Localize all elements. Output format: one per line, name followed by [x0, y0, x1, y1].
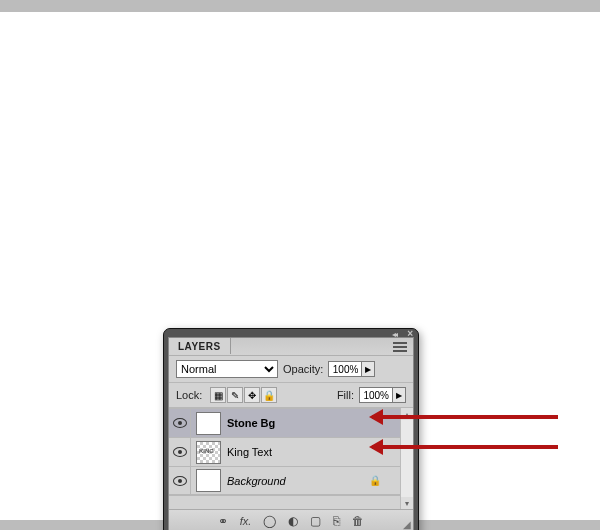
- panel-body: LAYERS Normal Opacity: ▶ Lock: ▦ ✎ ✥ 🔒: [168, 337, 414, 530]
- blend-mode-select[interactable]: Normal: [176, 360, 278, 378]
- layer-fx-icon[interactable]: fx.: [240, 515, 252, 527]
- opacity-field[interactable]: ▶: [328, 361, 375, 377]
- blend-opacity-row: Normal Opacity: ▶: [169, 356, 413, 383]
- panel-tab-bar: LAYERS: [169, 338, 413, 356]
- link-layers-icon[interactable]: ⚭: [218, 514, 228, 528]
- layers-empty-space: [169, 495, 400, 509]
- scroll-down-icon[interactable]: ▾: [401, 497, 413, 509]
- lock-pixels-button[interactable]: ✎: [227, 387, 243, 403]
- opacity-flyout-icon[interactable]: ▶: [361, 362, 374, 376]
- eye-icon: [173, 476, 187, 486]
- eye-icon: [173, 447, 187, 457]
- lock-fill-row: Lock: ▦ ✎ ✥ 🔒 Fill: ▶: [169, 383, 413, 408]
- layer-thumbnail[interactable]: [196, 469, 221, 492]
- layer-row-background[interactable]: Background 🔒: [169, 466, 400, 495]
- layer-thumbnail[interactable]: [196, 412, 221, 435]
- fill-label: Fill:: [337, 389, 354, 401]
- layer-name-label[interactable]: Background: [227, 475, 370, 487]
- fill-input[interactable]: [360, 388, 392, 402]
- new-group-icon[interactable]: ▢: [310, 514, 321, 528]
- adjustment-layer-icon[interactable]: ◐: [288, 514, 298, 528]
- lock-label: Lock:: [176, 389, 202, 401]
- visibility-toggle[interactable]: [169, 409, 191, 437]
- fill-flyout-icon[interactable]: ▶: [392, 388, 405, 402]
- add-mask-icon[interactable]: ◯: [263, 514, 276, 528]
- panel-dragbar[interactable]: ◂◂ ×: [164, 329, 418, 337]
- annotation-arrow: [372, 445, 558, 449]
- lock-position-button[interactable]: ✥: [244, 387, 260, 403]
- layers-scrollbar[interactable]: ▴ ▾: [400, 408, 413, 509]
- lock-all-button[interactable]: 🔒: [261, 387, 277, 403]
- eye-icon: [173, 418, 187, 428]
- lock-icon: 🔒: [370, 476, 380, 486]
- opacity-input[interactable]: [329, 362, 361, 376]
- visibility-toggle[interactable]: [169, 438, 191, 466]
- layers-panel: ◂◂ × LAYERS Normal Opacity: ▶ Lock: ▦ ✎: [163, 328, 419, 530]
- delete-layer-icon[interactable]: 🗑: [352, 514, 364, 528]
- layer-thumbnail[interactable]: KING: [196, 441, 221, 464]
- panel-title-tab[interactable]: LAYERS: [169, 338, 231, 354]
- fill-field[interactable]: ▶: [359, 387, 406, 403]
- lock-transparent-button[interactable]: ▦: [210, 387, 226, 403]
- resize-grip-icon[interactable]: ◢: [403, 519, 411, 530]
- panel-footer: ⚭ fx. ◯ ◐ ▢ ⎘ 🗑 ◢: [169, 509, 413, 530]
- annotation-arrow: [372, 415, 558, 419]
- new-layer-icon[interactable]: ⎘: [333, 514, 340, 528]
- panel-menu-icon[interactable]: [393, 342, 407, 352]
- opacity-label: Opacity:: [283, 363, 323, 375]
- visibility-toggle[interactable]: [169, 467, 191, 494]
- thumbnail-text: KING: [199, 448, 214, 454]
